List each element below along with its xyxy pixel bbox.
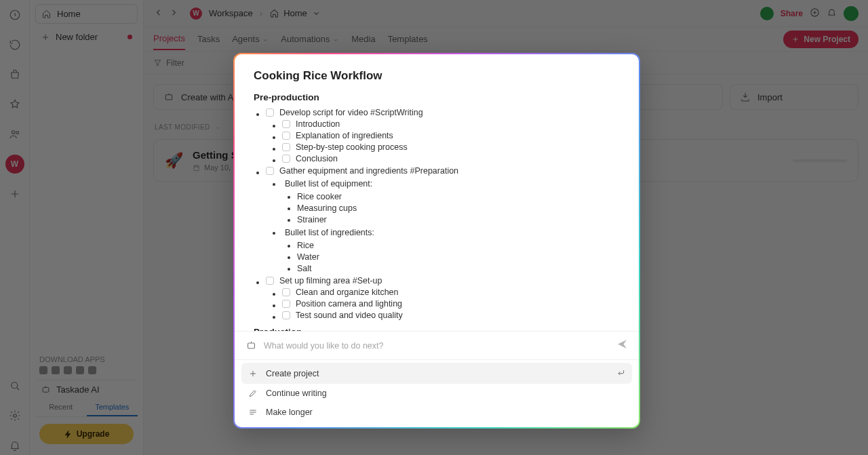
pencil-icon [248,389,258,398]
section-preproduction: Pre-production [254,92,620,102]
equipment-item: Strainer [297,215,620,224]
action-make-longer[interactable]: Make longer [241,403,632,422]
plus-icon [248,369,258,378]
next-action-input[interactable] [264,341,610,351]
lines-icon [248,408,258,417]
ingredient-item: Salt [297,264,620,273]
checkbox[interactable] [282,300,290,308]
subtask-text: Test sound and video quality [296,311,403,320]
modal-title: Cooking Rice Workflow [254,69,620,83]
task-text: Develop script for video #ScriptWriting [279,108,423,117]
subtask-text: Position camera and lighting [296,299,402,309]
checkbox[interactable] [266,108,274,117]
ingredient-item: Water [297,252,620,262]
ingredient-item: Rice [297,241,620,250]
action-continue-writing[interactable]: Continue writing [241,384,632,403]
list-label: Bullet list of equipment: [282,178,620,190]
enter-icon [616,368,625,379]
checkbox[interactable] [266,167,274,175]
action-create-project[interactable]: Create project [241,363,632,384]
task-text: Set up filming area #Set-up [279,276,382,285]
checkbox[interactable] [282,120,290,128]
subtask-text: Step-by-step cooking process [296,142,408,152]
modal-input-row [235,331,639,359]
equipment-item: Measuring cups [297,203,620,213]
subtask-text: Explanation of ingredients [296,131,393,140]
robot-icon [245,340,257,351]
checkbox[interactable] [266,277,274,285]
modal-actions: Create project Continue writing Make lon… [235,359,639,427]
checkbox[interactable] [282,155,290,163]
modal-content[interactable]: Cooking Rice Workflow Pre-production Dev… [235,54,639,331]
subtask-text: Conclusion [296,154,338,163]
subtask-text: Clean and organize kitchen [296,288,399,297]
checkbox[interactable] [282,132,290,140]
svg-rect-9 [248,343,255,349]
list-label: Bullet list of ingredients: [282,226,620,239]
ai-modal: Cooking Rice Workflow Pre-production Dev… [233,53,640,429]
send-button[interactable] [616,338,628,353]
subtask-text: Introduction [296,119,340,129]
task-text: Gather equipment and ingredients #Prepar… [279,166,458,176]
checkbox[interactable] [282,143,290,151]
checkbox[interactable] [282,311,290,319]
equipment-item: Rice cooker [297,192,620,201]
checkbox[interactable] [282,288,290,296]
